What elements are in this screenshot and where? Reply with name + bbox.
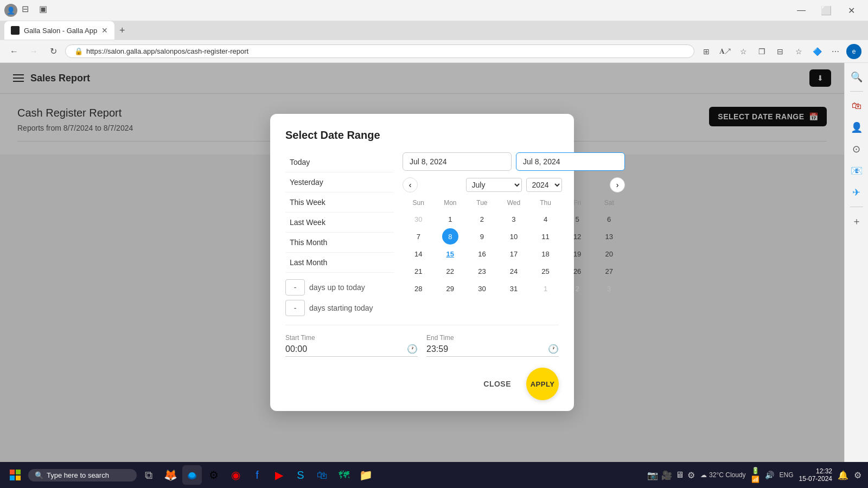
calendar-day[interactable]: 2 bbox=[474, 211, 490, 227]
split-screen-icon[interactable]: ⊟ bbox=[773, 44, 788, 59]
calendar-day[interactable]: 27 bbox=[601, 263, 617, 279]
quick-select-this-month[interactable]: This Month bbox=[285, 233, 394, 253]
calendar-day[interactable]: 2 bbox=[569, 280, 585, 297]
settings-icon[interactable]: ⚙ bbox=[854, 470, 861, 480]
maximize-btn[interactable]: ⬜ bbox=[814, 2, 839, 19]
tab-group-icon[interactable]: ⊟ bbox=[22, 4, 35, 17]
calendar-day[interactable]: 7 bbox=[410, 228, 426, 245]
close-button[interactable]: CLOSE bbox=[475, 368, 520, 400]
days-starting-input[interactable]: - bbox=[285, 300, 305, 316]
calendar-day[interactable]: 29 bbox=[442, 280, 458, 297]
calendar-day[interactable]: 14 bbox=[410, 246, 426, 262]
calendar-day[interactable]: 16 bbox=[474, 246, 490, 262]
calendar-day[interactable]: 19 bbox=[569, 246, 585, 262]
start-button[interactable] bbox=[7, 466, 24, 484]
taskbar-maps[interactable]: 🗺 bbox=[334, 465, 354, 485]
notifications-icon[interactable]: 🔔 bbox=[838, 470, 848, 480]
calendar-day[interactable]: 5 bbox=[569, 211, 585, 227]
days-up-input[interactable]: - bbox=[285, 279, 305, 296]
quick-select-today[interactable]: Today bbox=[285, 152, 394, 172]
address-bar[interactable]: 🔒 https://salon.galla.app/salonpos/cash-… bbox=[65, 44, 694, 58]
calendar-day[interactable]: 22 bbox=[442, 263, 458, 279]
new-tab-button[interactable]: + bbox=[114, 23, 130, 38]
calendar-day[interactable]: 1 bbox=[442, 211, 458, 227]
close-btn[interactable]: ✕ bbox=[839, 2, 864, 19]
calendar-day[interactable]: 18 bbox=[538, 246, 554, 262]
apply-button[interactable]: APPLY bbox=[526, 368, 559, 400]
calendar-day[interactable]: 4 bbox=[538, 211, 554, 227]
quick-select-this-week[interactable]: This Week bbox=[285, 192, 394, 213]
calendar-day[interactable]: 17 bbox=[506, 246, 522, 262]
favorite-icon[interactable]: ☆ bbox=[736, 44, 751, 59]
edge-icon[interactable]: e bbox=[846, 44, 861, 59]
calendar-day[interactable]: 15 bbox=[442, 246, 458, 262]
back-button[interactable]: ← bbox=[7, 44, 22, 59]
taskbar-battery-icon[interactable]: 🔋 bbox=[751, 467, 760, 474]
taskbar-facebook[interactable]: f bbox=[247, 465, 267, 485]
quick-select-last-week[interactable]: Last Week bbox=[285, 213, 394, 233]
collections-icon[interactable]: ☆ bbox=[791, 44, 806, 59]
calendar-day[interactable]: 30 bbox=[410, 211, 426, 227]
next-month-button[interactable]: › bbox=[610, 177, 625, 192]
end-date-input[interactable] bbox=[516, 152, 625, 171]
minimize-btn[interactable]: — bbox=[789, 2, 814, 19]
quick-select-yesterday[interactable]: Yesterday bbox=[285, 172, 394, 192]
sidebar-bag-icon[interactable]: 🛍 bbox=[847, 96, 866, 115]
taskbar-opera[interactable]: ◉ bbox=[226, 465, 245, 485]
calendar-day[interactable]: 23 bbox=[474, 263, 490, 279]
taskbar-edge[interactable] bbox=[182, 465, 202, 485]
calendar-day[interactable]: 12 bbox=[569, 228, 585, 245]
prev-month-button[interactable]: ‹ bbox=[403, 177, 418, 192]
extensions-icon[interactable]: ⋯ bbox=[828, 44, 843, 59]
sidebar-plane-icon[interactable]: ✈ bbox=[847, 183, 866, 202]
sidebar-outlook-icon[interactable]: 📧 bbox=[847, 161, 866, 181]
taskbar-network-icon[interactable]: 📶 bbox=[751, 476, 760, 483]
end-clock-icon[interactable]: 🕐 bbox=[548, 344, 559, 354]
calendar-day[interactable]: 10 bbox=[506, 228, 522, 245]
start-clock-icon[interactable]: 🕐 bbox=[407, 344, 418, 354]
sidebar-add-icon[interactable]: ＋ bbox=[847, 211, 866, 231]
start-time-value[interactable]: 00:00 bbox=[285, 344, 407, 354]
start-date-input[interactable] bbox=[403, 152, 512, 171]
forward-button[interactable]: → bbox=[26, 44, 41, 59]
taskbar-volume-icon[interactable]: 🔊 bbox=[765, 471, 774, 479]
vertical-tab-icon[interactable]: ▣ bbox=[39, 4, 52, 17]
taskbar-skype[interactable]: S bbox=[291, 465, 310, 485]
grid-icon[interactable]: ⊞ bbox=[699, 44, 714, 59]
calendar-day[interactable]: 28 bbox=[410, 280, 426, 297]
calendar-day[interactable]: 11 bbox=[538, 228, 554, 245]
taskbar-settings-gear-icon[interactable]: ⚙ bbox=[687, 470, 695, 480]
calendar-day[interactable]: 1 bbox=[538, 280, 554, 297]
taskbar-search[interactable]: 🔍 Type here to search bbox=[28, 469, 137, 481]
year-select[interactable]: 2022202320242025 bbox=[526, 178, 562, 192]
calendar-day[interactable]: 24 bbox=[506, 263, 522, 279]
tab-close-icon[interactable]: ✕ bbox=[101, 26, 108, 35]
taskbar-files[interactable]: 📁 bbox=[356, 465, 375, 485]
calendar-day[interactable]: 30 bbox=[474, 280, 490, 297]
quick-select-last-month[interactable]: Last Month bbox=[285, 253, 394, 273]
taskbar-firefox[interactable]: 🦊 bbox=[161, 465, 180, 485]
calendar-day[interactable]: 9 bbox=[474, 228, 490, 245]
calendar-day[interactable]: 3 bbox=[506, 211, 522, 227]
month-select[interactable]: JanuaryFebruaryMarchAprilMayJuneJulyAugu… bbox=[466, 178, 522, 192]
sidebar-circle-icon[interactable]: ⊙ bbox=[847, 139, 866, 159]
end-time-value[interactable]: 23:59 bbox=[426, 344, 548, 354]
calendar-day[interactable]: 6 bbox=[601, 211, 617, 227]
calendar-day[interactable]: 21 bbox=[410, 263, 426, 279]
active-tab[interactable]: Galla Salon - Galla App ✕ bbox=[4, 21, 114, 40]
read-aloud-icon[interactable]: 𝐀↗ bbox=[717, 44, 732, 59]
profile-icon[interactable]: 👤 bbox=[4, 4, 17, 17]
calendar-day[interactable]: 26 bbox=[569, 263, 585, 279]
sidebar-search-icon[interactable]: 🔍 bbox=[847, 67, 866, 87]
refresh-button[interactable]: ↻ bbox=[46, 44, 61, 59]
calendar-day[interactable]: 25 bbox=[538, 263, 554, 279]
sidebar-person-icon[interactable]: 👤 bbox=[847, 118, 866, 137]
sidebar-icon[interactable]: ❒ bbox=[754, 44, 769, 59]
copilot-icon[interactable]: 🔷 bbox=[809, 44, 825, 59]
taskbar-store[interactable]: 🛍 bbox=[312, 465, 332, 485]
calendar-day[interactable]: 31 bbox=[506, 280, 522, 297]
taskbar-chrome[interactable]: ⚙ bbox=[204, 465, 224, 485]
taskbar-video-icon[interactable]: 🎥 bbox=[661, 470, 672, 480]
taskbar-monitor-icon[interactable]: 🖥 bbox=[675, 470, 684, 480]
calendar-day[interactable]: 20 bbox=[601, 246, 617, 262]
